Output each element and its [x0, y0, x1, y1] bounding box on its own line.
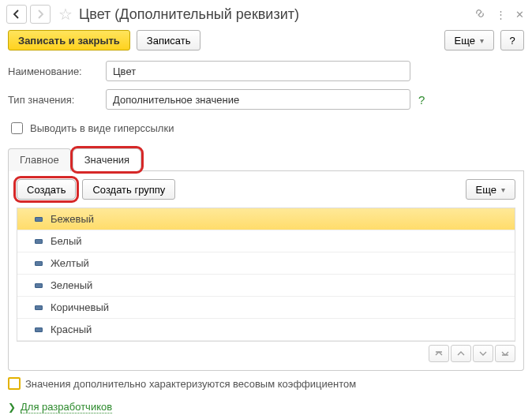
values-list: БежевыйБелыйЖелтыйЗеленыйКоричневыйКрасн… [17, 208, 515, 342]
chevron-right-icon: ❯ [8, 402, 16, 413]
list-item[interactable]: Зеленый [17, 275, 515, 297]
name-input[interactable] [106, 61, 410, 81]
name-label: Наименование: [8, 65, 101, 77]
save-button[interactable]: Записать [137, 30, 201, 51]
type-label: Тип значения: [8, 94, 101, 106]
hyperlink-checkbox[interactable] [11, 122, 23, 134]
tab-values[interactable]: Значения [73, 148, 141, 171]
scroll-down-button[interactable] [473, 345, 493, 362]
weight-label: Значения дополнительно характеризуются в… [25, 378, 356, 390]
forward-button[interactable] [30, 5, 51, 24]
create-button[interactable]: Создать [17, 179, 76, 200]
list-item[interactable]: Желтый [17, 253, 515, 275]
list-item[interactable]: Белый [17, 230, 515, 253]
values-more-button[interactable]: Еще▾ [466, 179, 515, 200]
scroll-top-button[interactable] [429, 345, 449, 362]
value-icon [35, 217, 43, 222]
type-input[interactable] [106, 89, 410, 110]
list-item-label: Коричневый [51, 301, 109, 313]
back-button[interactable] [6, 5, 27, 24]
help-button[interactable]: ? [500, 30, 524, 51]
list-item[interactable]: Бежевый [17, 208, 515, 230]
value-icon [35, 327, 43, 332]
link-icon[interactable] [474, 7, 486, 22]
create-group-button[interactable]: Создать группу [82, 179, 175, 200]
chevron-down-icon: ▾ [480, 36, 484, 45]
value-icon [35, 283, 43, 288]
value-icon [35, 305, 43, 310]
menu-icon[interactable]: ⋮ [496, 9, 506, 21]
close-icon[interactable]: ✕ [515, 9, 524, 21]
more-button[interactable]: Еще▾ [444, 30, 494, 51]
list-item-label: Желтый [51, 257, 89, 269]
list-item-label: Красный [51, 324, 92, 335]
scroll-up-button[interactable] [451, 345, 471, 362]
developers-link[interactable]: Для разработчиков [21, 401, 112, 413]
scroll-bottom-button[interactable] [495, 345, 515, 362]
hyperlink-label: Выводить в виде гиперссылки [30, 122, 174, 134]
list-item-label: Бежевый [51, 213, 94, 225]
value-icon [35, 239, 43, 244]
list-item-label: Зеленый [51, 279, 92, 291]
tab-main[interactable]: Главное [8, 148, 71, 171]
list-item[interactable]: Красный [17, 319, 515, 341]
window-title: Цвет (Дополнительный реквизит) [79, 6, 470, 23]
type-help-icon[interactable]: ? [415, 93, 428, 107]
list-item-label: Белый [51, 235, 82, 247]
favorite-icon[interactable]: ☆ [58, 5, 73, 24]
list-item[interactable]: Коричневый [17, 297, 515, 319]
weight-checkbox[interactable] [8, 377, 21, 390]
chevron-down-icon: ▾ [501, 185, 505, 194]
value-icon [35, 261, 43, 266]
save-close-button[interactable]: Записать и закрыть [8, 30, 130, 51]
